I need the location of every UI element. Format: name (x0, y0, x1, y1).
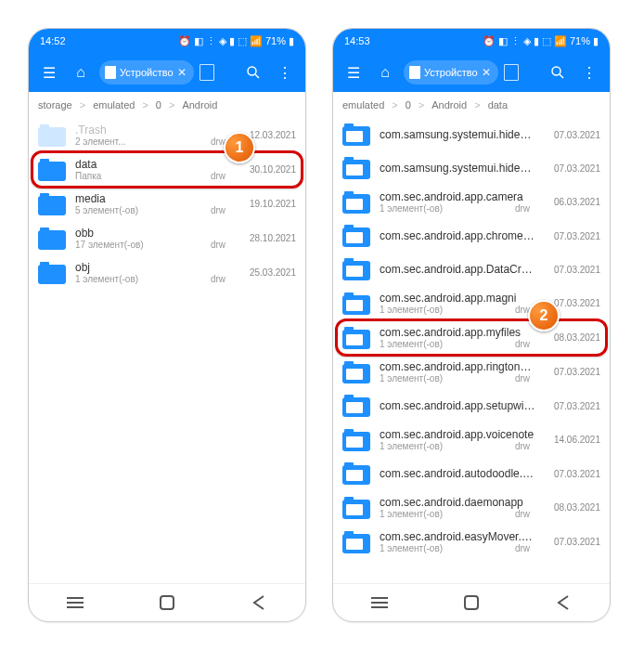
file-row[interactable]: com.sec.android.app.myfiles1 элемент(-ов… (333, 320, 610, 355)
crumb[interactable]: Android (431, 99, 467, 110)
file-name: com.sec.android.app.magni (380, 292, 537, 305)
file-date: 08.03.2021 (547, 332, 600, 343)
file-row[interactable]: com.sec.android.app.ringtoneBR1 элемент(… (333, 355, 610, 389)
file-row[interactable]: com.sec.android.daemonapp1 элемент(-ов)d… (333, 490, 610, 525)
file-date: 07.03.2021 (547, 537, 600, 547)
file-date: 08.03.2021 (547, 502, 600, 513)
file-row[interactable]: media5 элемент(-ов)drw19.10.2021 (29, 187, 305, 221)
android-nav-bar (333, 583, 610, 621)
file-row[interactable]: com.sec.android.app.chromecustomizations… (333, 219, 610, 253)
file-name: com.sec.android.app.voicenote (380, 428, 537, 441)
file-row[interactable]: .Trash2 элемент...drw12.03.2021 (29, 118, 305, 152)
file-meta: 5 элемент(-ов)drw (75, 205, 233, 215)
folder-doc-icon (342, 497, 370, 519)
home-nav-icon[interactable] (453, 590, 490, 616)
folder-icon (38, 262, 66, 284)
home-icon[interactable]: ⌂ (68, 59, 94, 85)
file-row[interactable]: com.sec.android.easyMover.Agent1 элемент… (333, 525, 610, 559)
file-row[interactable]: dataПапкаdrw30.10.20211 (29, 152, 305, 187)
back-nav-icon[interactable] (240, 590, 277, 616)
file-row[interactable]: obj1 элемент(-ов)drw25.03.2021 (29, 255, 305, 290)
home-icon[interactable]: ⌂ (372, 59, 398, 85)
file-row[interactable]: com.sec.android.app.voicenote1 элемент(-… (333, 422, 610, 457)
file-row[interactable]: com.sec.android.autodoodle.service07.03.… (333, 457, 610, 490)
svg-point-6 (552, 67, 560, 75)
more-icon[interactable]: ⋮ (272, 59, 298, 85)
recent-apps-icon[interactable] (57, 590, 94, 616)
file-meta: 17 элемент(-ов)drw (75, 240, 233, 250)
file-row[interactable]: com.sec.android.app.camera1 элемент(-ов)… (333, 185, 610, 219)
status-bar: 14:52 ⏰ ◧ ⋮ ◈ ▮ ⬚ 📶 71% ▮ (29, 29, 305, 53)
folder-doc-icon (342, 157, 370, 179)
folder-doc-icon (342, 124, 370, 146)
folder-doc-icon (342, 361, 370, 384)
file-row[interactable]: com.sec.android.app.magni1 элемент(-ов)d… (333, 286, 610, 320)
file-date: 07.03.2021 (547, 265, 600, 275)
tab-device[interactable]: Устройство ✕ (404, 60, 498, 84)
breadcrumb[interactable]: storage> emulated> 0> Android (29, 92, 305, 118)
search-icon[interactable] (545, 59, 571, 85)
more-icon[interactable]: ⋮ (576, 59, 602, 85)
breadcrumb[interactable]: emulated> 0> Android> data (333, 92, 610, 118)
app-bar: ☰ ⌂ Устройство ✕ ⋮ (29, 53, 305, 92)
file-name: com.sec.android.app.ringtoneBR (380, 360, 537, 373)
menu-icon[interactable]: ☰ (36, 59, 62, 85)
new-file-icon[interactable] (200, 64, 214, 81)
file-name: com.sec.android.app.camera (380, 190, 537, 203)
file-date: 28.10.2021 (242, 233, 296, 243)
file-date: 07.03.2021 (547, 163, 600, 174)
file-date: 19.10.2021 (242, 199, 296, 209)
file-date: 14.06.2021 (547, 435, 600, 445)
file-date: 07.03.2021 (547, 367, 600, 377)
recent-apps-icon[interactable] (361, 590, 398, 616)
file-name: com.sec.android.app.DataCreate (380, 263, 537, 276)
file-date: 30.10.2021 (242, 164, 296, 175)
file-row[interactable]: com.sec.android.app.setupwizardlegalprov… (333, 389, 610, 422)
crumb[interactable]: data (488, 99, 508, 110)
crumb[interactable]: 0 (406, 99, 411, 110)
file-row[interactable]: com.samsung.systemui.hidenotch.withoutco… (333, 151, 610, 185)
status-icons: ⏰ ◧ ⋮ ◈ ▮ ⬚ 📶 (178, 35, 263, 47)
crumb[interactable]: emulated (93, 99, 135, 110)
file-meta: 1 элемент(-ов)drw (380, 441, 537, 451)
tab-label: Устройство (120, 67, 174, 78)
tab-label: Устройство (424, 67, 478, 78)
new-file-icon[interactable] (504, 64, 519, 81)
file-list: com.samsung.systemui.hidenotch07.03.2021… (333, 118, 610, 583)
close-icon[interactable]: ✕ (482, 66, 491, 79)
status-bar: 14:53 ⏰ ◧ ⋮ ◈ ▮ ⬚ 📶 71% ▮ (333, 29, 610, 53)
tab-device[interactable]: Устройство ✕ (99, 60, 194, 84)
folder-doc-icon (342, 395, 370, 417)
file-row[interactable]: com.samsung.systemui.hidenotch07.03.2021 (333, 118, 610, 151)
file-row[interactable]: obb17 элемент(-ов)drw28.10.2021 (29, 221, 305, 255)
close-icon[interactable]: ✕ (177, 66, 187, 79)
crumb[interactable]: emulated (342, 99, 384, 110)
file-meta: 1 элемент(-ов)drw (380, 305, 537, 315)
file-row[interactable]: com.sec.android.app.DataCreate07.03.2021 (333, 253, 610, 286)
folder-doc-icon (342, 327, 370, 349)
battery-icon: ▮ (289, 35, 294, 47)
file-name: .Trash (75, 124, 233, 136)
file-date: 25.03.2021 (242, 267, 296, 278)
svg-point-0 (248, 67, 256, 75)
back-nav-icon[interactable] (545, 590, 582, 616)
svg-line-7 (560, 74, 563, 78)
file-date: 07.03.2021 (547, 130, 600, 140)
home-nav-icon[interactable] (148, 590, 186, 616)
folder-doc-icon (342, 225, 370, 247)
menu-icon[interactable]: ☰ (341, 59, 367, 85)
file-meta: 1 элемент(-ов)drw (75, 274, 233, 284)
crumb[interactable]: 0 (156, 99, 161, 110)
svg-rect-11 (465, 596, 478, 609)
folder-icon (38, 159, 66, 181)
file-date: 07.03.2021 (547, 401, 600, 411)
search-icon[interactable] (240, 59, 266, 85)
status-battery: 71% (265, 35, 286, 46)
file-date: 12.03.2021 (242, 130, 296, 140)
file-name: com.samsung.systemui.hidenotch.withoutco… (380, 162, 537, 175)
file-meta: 2 элемент...drw (75, 136, 233, 147)
file-name: data (75, 158, 233, 171)
crumb[interactable]: Android (182, 99, 217, 110)
file-name: com.sec.android.easyMover.Agent (380, 530, 537, 543)
crumb[interactable]: storage (38, 99, 72, 110)
